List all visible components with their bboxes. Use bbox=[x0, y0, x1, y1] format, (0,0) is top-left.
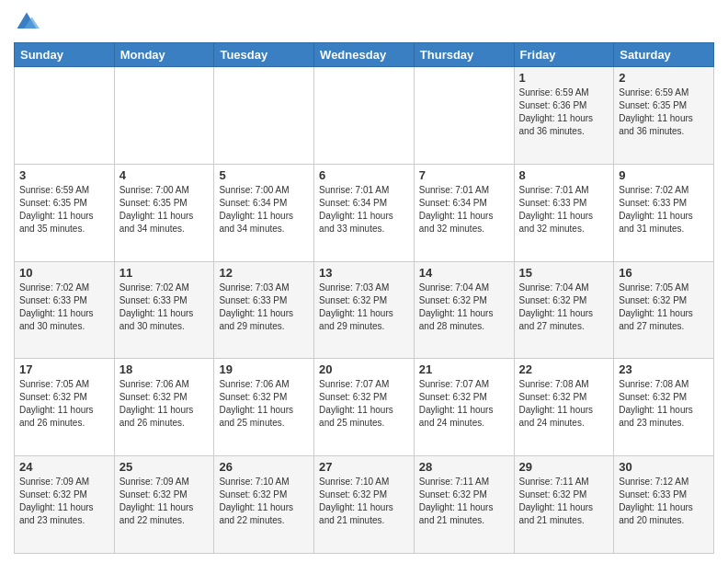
logo-icon bbox=[14, 9, 40, 35]
day-number: 13 bbox=[319, 266, 409, 280]
day-cell: 20Sunrise: 7:07 AM Sunset: 6:32 PM Dayli… bbox=[314, 359, 415, 456]
weekday-header-row: SundayMondayTuesdayWednesdayThursdayFrid… bbox=[15, 43, 714, 67]
day-detail: Sunrise: 6:59 AM Sunset: 6:35 PM Dayligh… bbox=[19, 184, 109, 236]
day-detail: Sunrise: 7:05 AM Sunset: 6:32 PM Dayligh… bbox=[619, 282, 709, 333]
day-cell: 22Sunrise: 7:08 AM Sunset: 6:32 PM Dayli… bbox=[514, 359, 614, 456]
day-cell: 11Sunrise: 7:02 AM Sunset: 6:33 PM Dayli… bbox=[114, 261, 214, 359]
day-number: 2 bbox=[619, 71, 709, 85]
day-cell: 28Sunrise: 7:11 AM Sunset: 6:32 PM Dayli… bbox=[414, 456, 514, 554]
day-detail: Sunrise: 7:01 AM Sunset: 6:34 PM Dayligh… bbox=[319, 184, 409, 236]
day-cell: 21Sunrise: 7:07 AM Sunset: 6:32 PM Dayli… bbox=[414, 359, 514, 456]
day-number: 29 bbox=[519, 460, 609, 474]
day-cell: 26Sunrise: 7:10 AM Sunset: 6:32 PM Dayli… bbox=[214, 456, 314, 554]
day-detail: Sunrise: 7:03 AM Sunset: 6:32 PM Dayligh… bbox=[319, 282, 409, 333]
day-number: 27 bbox=[319, 460, 409, 474]
day-number: 10 bbox=[19, 266, 109, 280]
day-detail: Sunrise: 7:12 AM Sunset: 6:33 PM Dayligh… bbox=[619, 476, 709, 527]
day-number: 18 bbox=[119, 362, 210, 376]
day-cell: 12Sunrise: 7:03 AM Sunset: 6:33 PM Dayli… bbox=[214, 261, 314, 359]
day-detail: Sunrise: 7:11 AM Sunset: 6:32 PM Dayligh… bbox=[419, 476, 509, 527]
day-number: 4 bbox=[119, 168, 210, 182]
day-number: 8 bbox=[519, 168, 609, 182]
calendar-page: SundayMondayTuesdayWednesdayThursdayFrid… bbox=[0, 0, 728, 563]
day-detail: Sunrise: 7:02 AM Sunset: 6:33 PM Dayligh… bbox=[119, 282, 210, 333]
day-cell: 4Sunrise: 7:00 AM Sunset: 6:35 PM Daylig… bbox=[114, 164, 214, 261]
day-number: 23 bbox=[619, 362, 709, 376]
day-detail: Sunrise: 7:06 AM Sunset: 6:32 PM Dayligh… bbox=[219, 378, 309, 430]
day-detail: Sunrise: 7:00 AM Sunset: 6:34 PM Dayligh… bbox=[219, 184, 309, 236]
day-detail: Sunrise: 7:05 AM Sunset: 6:32 PM Dayligh… bbox=[19, 378, 109, 430]
day-detail: Sunrise: 7:07 AM Sunset: 6:32 PM Dayligh… bbox=[319, 378, 409, 430]
week-row-5: 24Sunrise: 7:09 AM Sunset: 6:32 PM Dayli… bbox=[15, 456, 714, 554]
day-detail: Sunrise: 7:07 AM Sunset: 6:32 PM Dayligh… bbox=[419, 378, 509, 430]
day-detail: Sunrise: 7:02 AM Sunset: 6:33 PM Dayligh… bbox=[619, 184, 709, 236]
day-detail: Sunrise: 7:01 AM Sunset: 6:34 PM Dayligh… bbox=[419, 184, 509, 236]
day-number: 15 bbox=[519, 266, 609, 280]
day-detail: Sunrise: 7:09 AM Sunset: 6:32 PM Dayligh… bbox=[119, 476, 210, 527]
day-number: 6 bbox=[319, 168, 409, 182]
day-number: 14 bbox=[419, 266, 509, 280]
day-cell: 7Sunrise: 7:01 AM Sunset: 6:34 PM Daylig… bbox=[414, 164, 514, 261]
day-cell bbox=[214, 67, 314, 165]
day-detail: Sunrise: 7:08 AM Sunset: 6:32 PM Dayligh… bbox=[619, 378, 709, 430]
weekday-header-sunday: Sunday bbox=[15, 43, 115, 67]
weekday-header-friday: Friday bbox=[514, 43, 614, 67]
day-detail: Sunrise: 7:10 AM Sunset: 6:32 PM Dayligh… bbox=[219, 476, 309, 527]
day-cell: 10Sunrise: 7:02 AM Sunset: 6:33 PM Dayli… bbox=[15, 261, 115, 359]
day-number: 17 bbox=[19, 362, 109, 376]
day-cell: 17Sunrise: 7:05 AM Sunset: 6:32 PM Dayli… bbox=[15, 359, 115, 456]
weekday-header-monday: Monday bbox=[114, 43, 214, 67]
day-number: 5 bbox=[219, 168, 309, 182]
day-cell: 24Sunrise: 7:09 AM Sunset: 6:32 PM Dayli… bbox=[15, 456, 115, 554]
day-number: 12 bbox=[219, 266, 309, 280]
header bbox=[14, 9, 714, 35]
day-detail: Sunrise: 7:09 AM Sunset: 6:32 PM Dayligh… bbox=[19, 476, 109, 527]
day-number: 25 bbox=[119, 460, 210, 474]
day-number: 28 bbox=[419, 460, 509, 474]
day-detail: Sunrise: 6:59 AM Sunset: 6:36 PM Dayligh… bbox=[519, 86, 609, 138]
day-number: 16 bbox=[619, 266, 709, 280]
week-row-2: 3Sunrise: 6:59 AM Sunset: 6:35 PM Daylig… bbox=[15, 164, 714, 261]
day-cell bbox=[414, 67, 514, 165]
week-row-4: 17Sunrise: 7:05 AM Sunset: 6:32 PM Dayli… bbox=[15, 359, 714, 456]
day-cell: 8Sunrise: 7:01 AM Sunset: 6:33 PM Daylig… bbox=[514, 164, 614, 261]
day-cell: 29Sunrise: 7:11 AM Sunset: 6:32 PM Dayli… bbox=[514, 456, 614, 554]
week-row-3: 10Sunrise: 7:02 AM Sunset: 6:33 PM Dayli… bbox=[15, 261, 714, 359]
day-number: 21 bbox=[419, 362, 509, 376]
day-cell: 6Sunrise: 7:01 AM Sunset: 6:34 PM Daylig… bbox=[314, 164, 415, 261]
day-cell: 23Sunrise: 7:08 AM Sunset: 6:32 PM Dayli… bbox=[614, 359, 714, 456]
logo bbox=[14, 9, 43, 35]
day-cell: 15Sunrise: 7:04 AM Sunset: 6:32 PM Dayli… bbox=[514, 261, 614, 359]
day-number: 3 bbox=[19, 168, 109, 182]
day-detail: Sunrise: 7:11 AM Sunset: 6:32 PM Dayligh… bbox=[519, 476, 609, 527]
day-cell: 27Sunrise: 7:10 AM Sunset: 6:32 PM Dayli… bbox=[314, 456, 415, 554]
day-detail: Sunrise: 7:04 AM Sunset: 6:32 PM Dayligh… bbox=[419, 282, 509, 333]
weekday-header-wednesday: Wednesday bbox=[314, 43, 415, 67]
day-cell bbox=[15, 67, 115, 165]
day-number: 19 bbox=[219, 362, 309, 376]
day-number: 1 bbox=[519, 71, 609, 85]
day-cell: 13Sunrise: 7:03 AM Sunset: 6:32 PM Dayli… bbox=[314, 261, 415, 359]
day-cell: 3Sunrise: 6:59 AM Sunset: 6:35 PM Daylig… bbox=[15, 164, 115, 261]
day-detail: Sunrise: 7:02 AM Sunset: 6:33 PM Dayligh… bbox=[19, 282, 109, 333]
day-detail: Sunrise: 7:03 AM Sunset: 6:33 PM Dayligh… bbox=[219, 282, 309, 333]
day-cell: 2Sunrise: 6:59 AM Sunset: 6:35 PM Daylig… bbox=[614, 67, 714, 165]
day-cell: 30Sunrise: 7:12 AM Sunset: 6:33 PM Dayli… bbox=[614, 456, 714, 554]
calendar-table: SundayMondayTuesdayWednesdayThursdayFrid… bbox=[14, 42, 714, 554]
day-cell: 16Sunrise: 7:05 AM Sunset: 6:32 PM Dayli… bbox=[614, 261, 714, 359]
day-cell: 1Sunrise: 6:59 AM Sunset: 6:36 PM Daylig… bbox=[514, 67, 614, 165]
day-detail: Sunrise: 6:59 AM Sunset: 6:35 PM Dayligh… bbox=[619, 86, 709, 138]
day-number: 30 bbox=[619, 460, 709, 474]
day-cell: 18Sunrise: 7:06 AM Sunset: 6:32 PM Dayli… bbox=[114, 359, 214, 456]
day-number: 24 bbox=[19, 460, 109, 474]
day-cell: 14Sunrise: 7:04 AM Sunset: 6:32 PM Dayli… bbox=[414, 261, 514, 359]
day-detail: Sunrise: 7:04 AM Sunset: 6:32 PM Dayligh… bbox=[519, 282, 609, 333]
day-cell: 19Sunrise: 7:06 AM Sunset: 6:32 PM Dayli… bbox=[214, 359, 314, 456]
day-cell: 5Sunrise: 7:00 AM Sunset: 6:34 PM Daylig… bbox=[214, 164, 314, 261]
weekday-header-tuesday: Tuesday bbox=[214, 43, 314, 67]
day-number: 26 bbox=[219, 460, 309, 474]
weekday-header-saturday: Saturday bbox=[614, 43, 714, 67]
day-number: 7 bbox=[419, 168, 509, 182]
day-number: 20 bbox=[319, 362, 409, 376]
day-detail: Sunrise: 7:08 AM Sunset: 6:32 PM Dayligh… bbox=[519, 378, 609, 430]
